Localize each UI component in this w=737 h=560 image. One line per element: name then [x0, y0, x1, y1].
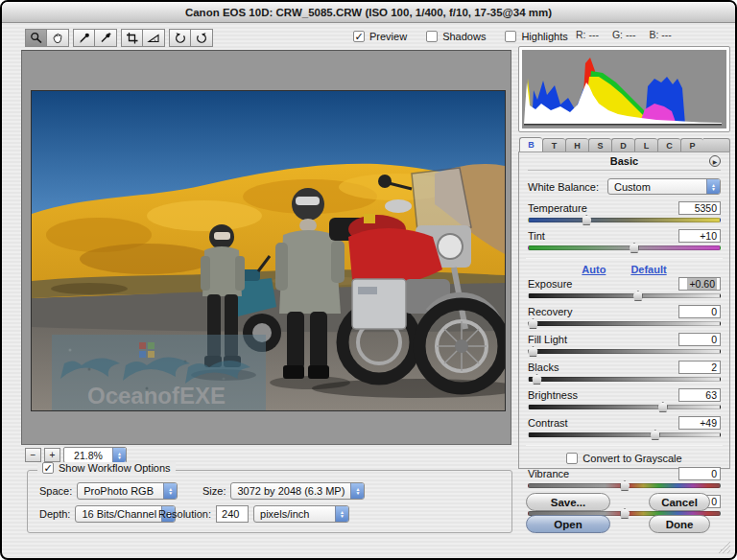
saturation-thumb[interactable] [620, 508, 630, 519]
brightness-thumb[interactable] [657, 402, 668, 412]
photo-preview[interactable]: OceanofEXE [31, 90, 506, 411]
stepper-arrows-icon: ▲▼ [335, 506, 348, 522]
fill-light-thumb[interactable] [528, 346, 538, 357]
shadows-checkbox-box[interactable] [426, 31, 438, 42]
white-balance-select[interactable]: Custom ▲▼ [607, 178, 721, 195]
shadows-label: Shadows [442, 31, 486, 42]
hand-tool-button[interactable] [47, 29, 69, 47]
straighten-tool-button[interactable] [143, 29, 165, 47]
panel-menu-button[interactable]: ▶ [709, 155, 721, 167]
auto-link[interactable]: Auto [582, 264, 606, 275]
rotate-right-button[interactable] [191, 29, 213, 47]
contrast-thumb[interactable] [650, 430, 660, 440]
recovery-value[interactable]: 0 [678, 305, 721, 318]
vibrance-thumb[interactable] [620, 480, 630, 491]
brightness-value[interactable]: 63 [678, 388, 721, 402]
zoom-in-button[interactable]: + [44, 448, 60, 462]
temperature-value[interactable]: 5350 [678, 201, 721, 215]
grayscale-checkbox-box[interactable] [566, 453, 578, 464]
workflow-options-group: ✓ Show Workflow Options Space: ProPhoto … [27, 470, 512, 533]
zoom-level-select[interactable]: 21.8% ▲▼ [63, 447, 127, 463]
vibrance-track[interactable] [528, 483, 721, 488]
preview-options: ✓ Preview Shadows Highlights [353, 31, 568, 42]
recovery-track[interactable] [528, 321, 721, 326]
camera-raw-dialog: Canon EOS 10D: CRW_5085.CRW (ISO 100, 1/… [0, 0, 737, 560]
white-balance-label: White Balance: [528, 181, 607, 193]
basic-panel: Basic ▶ White Balance: Custom ▲▼ Tempera… [518, 152, 730, 469]
crop-icon [126, 32, 139, 44]
temperature-thumb[interactable] [582, 215, 592, 225]
shadows-checkbox[interactable]: Shadows [426, 31, 486, 42]
vibrance-label: Vibrance [528, 468, 678, 479]
highlights-checkbox[interactable]: Highlights [505, 31, 567, 42]
recovery-slider-row: Recovery 0 [528, 304, 721, 326]
exposure-value[interactable]: +0.60 [678, 277, 721, 291]
photo-image: OceanofEXE [32, 91, 505, 410]
window-title: Canon EOS 10D: CRW_5085.CRW (ISO 100, 1/… [185, 7, 552, 18]
default-link[interactable]: Default [630, 264, 666, 275]
b-value: B: --- [649, 29, 671, 40]
tab-presets[interactable]: P [680, 138, 703, 152]
color-sampler-tool-button[interactable] [95, 29, 117, 47]
size-select[interactable]: 3072 by 2048 (6.3 MP) ▲▼ [230, 482, 365, 500]
eyedropper-plus-icon [99, 32, 112, 44]
recovery-thumb[interactable] [528, 318, 538, 329]
grayscale-checkbox[interactable]: Convert to Grayscale [566, 453, 681, 464]
tint-thumb[interactable] [629, 243, 639, 253]
zoom-out-button[interactable]: − [25, 448, 41, 462]
tab-detail[interactable]: D [611, 138, 634, 152]
resolution-unit-select[interactable]: pixels/inch ▲▼ [253, 505, 349, 523]
tab-split-toning[interactable]: S [588, 138, 611, 152]
auto-default-links: Auto Default [528, 264, 721, 275]
tool-bar [25, 29, 213, 47]
save-button[interactable]: Save... [526, 493, 610, 511]
tint-track[interactable] [528, 245, 721, 250]
exposure-thumb[interactable] [632, 291, 643, 301]
rotate-left-button[interactable] [169, 29, 191, 47]
contrast-track[interactable] [528, 432, 721, 437]
tint-value[interactable]: +10 [678, 229, 721, 243]
white-balance-tool-button[interactable] [73, 29, 95, 47]
brightness-track[interactable] [528, 405, 721, 409]
tab-calibrate[interactable]: C [657, 138, 680, 152]
straighten-icon [147, 32, 160, 44]
tab-lens[interactable]: L [634, 138, 657, 152]
recovery-label: Recovery [528, 306, 678, 317]
preview-checkbox[interactable]: ✓ Preview [353, 31, 407, 42]
resolution-label: Resolution: [158, 508, 211, 520]
blacks-value[interactable]: 2 [678, 361, 721, 374]
preview-checkbox-box[interactable]: ✓ [353, 31, 365, 42]
workflow-checkbox[interactable]: ✓ [42, 462, 54, 474]
brightness-label: Brightness [528, 389, 678, 401]
open-button[interactable]: Open [526, 515, 610, 533]
resolution-input[interactable]: 240 [216, 505, 249, 523]
zoom-tool-button[interactable] [25, 29, 47, 47]
space-select[interactable]: ProPhoto RGB ▲▼ [77, 482, 178, 500]
highlights-checkbox-box[interactable] [505, 31, 516, 42]
exposure-track[interactable] [528, 293, 721, 298]
resize-grip[interactable] [718, 541, 730, 553]
fill-light-slider-row: Fill Light 0 [528, 332, 721, 354]
stepper-arrows-icon: ▲▼ [706, 179, 720, 194]
vibrance-value[interactable]: 0 [678, 467, 721, 480]
stepper-arrows-icon: ▲▼ [163, 483, 177, 499]
tab-tone-curve[interactable]: T [542, 138, 565, 152]
contrast-label: Contrast [528, 417, 678, 429]
tab-hsl[interactable]: H [565, 138, 588, 152]
tab-basic[interactable]: B [519, 137, 542, 152]
tint-slider-row: Tint +10 [528, 228, 721, 250]
stepper-arrows-icon[interactable]: ▲▼ [112, 448, 126, 462]
exposure-slider-row: Exposure +0.60 [528, 276, 721, 298]
depth-label: Depth: [39, 508, 70, 520]
g-value: G: --- [612, 29, 636, 40]
crop-tool-button[interactable] [121, 29, 143, 47]
blacks-thumb[interactable] [532, 374, 542, 385]
fill-light-value[interactable]: 0 [678, 333, 721, 346]
contrast-value[interactable]: +49 [678, 416, 721, 430]
done-button[interactable]: Done [649, 515, 710, 533]
cancel-button[interactable]: Cancel [649, 493, 710, 511]
blacks-track[interactable] [528, 377, 721, 382]
fill-light-track[interactable] [528, 349, 721, 354]
temperature-track[interactable] [528, 218, 721, 222]
svg-text:OceanofEXE: OceanofEXE [87, 383, 226, 408]
